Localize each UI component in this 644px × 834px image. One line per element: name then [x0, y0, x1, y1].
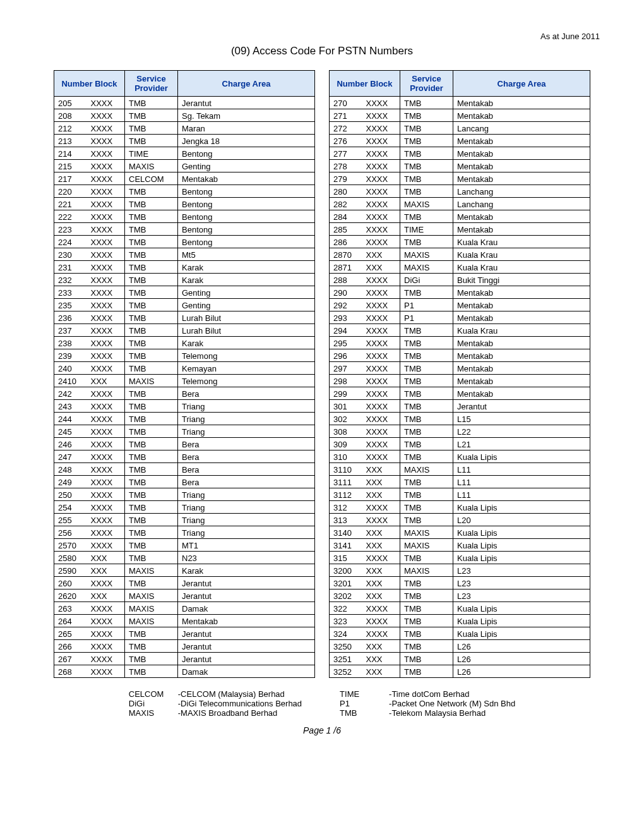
cell-number-prefix: 322: [330, 602, 362, 615]
table-row: 220XXXXTMBBentong: [54, 185, 315, 198]
cell-service-provider: TIME: [400, 223, 453, 236]
cell-number-prefix: 297: [330, 362, 362, 375]
cell-charge-area: Bukit Tinggi: [453, 274, 590, 286]
cell-charge-area: Bera: [178, 463, 315, 476]
cell-number-suffix: XXX: [362, 665, 400, 678]
cell-charge-area: Karak: [178, 564, 315, 577]
cell-number-suffix: XXX: [362, 476, 400, 488]
table-row: 277XXXXTMBMentakab: [330, 147, 590, 160]
cell-number-suffix: XXXX: [87, 539, 125, 552]
cell-number-prefix: 250: [54, 488, 87, 501]
cell-number-suffix: XXXX: [362, 172, 400, 185]
cell-service-provider: TMB: [400, 425, 453, 438]
cell-number-suffix: XXXX: [87, 400, 125, 413]
cell-service-provider: TMB: [400, 615, 453, 627]
cell-number-prefix: 278: [330, 160, 362, 172]
as-at-date: As at June 2011: [44, 32, 600, 41]
table-row: 308XXXXTMBL22: [330, 425, 590, 438]
cell-service-provider: TMB: [400, 122, 453, 135]
cell-charge-area: Lurah Bilut: [178, 311, 315, 324]
cell-number-prefix: 3250: [330, 640, 362, 653]
cell-number-suffix: XXXX: [87, 236, 125, 248]
cell-service-provider: TMB: [125, 362, 178, 375]
cell-charge-area: Mentakab: [453, 210, 590, 223]
cell-number-prefix: 302: [330, 413, 362, 425]
cell-number-prefix: 270: [330, 97, 362, 109]
cell-charge-area: L23: [453, 564, 590, 577]
cell-number-prefix: 313: [330, 514, 362, 526]
cell-number-suffix: XXXX: [87, 577, 125, 589]
legend-row: CELCOM-CELCOM (Malaysia) Berhad: [129, 689, 302, 699]
cell-number-suffix: XXXX: [87, 248, 125, 261]
cell-number-prefix: 224: [54, 236, 87, 248]
cell-service-provider: TMB: [400, 185, 453, 198]
cell-number-suffix: XXXX: [362, 400, 400, 413]
cell-service-provider: MAXIS: [400, 526, 453, 539]
cell-service-provider: MAXIS: [125, 160, 178, 172]
cell-number-prefix: 285: [330, 223, 362, 236]
cell-number-suffix: XXXX: [362, 552, 400, 564]
table-row: 255XXXXTMBTriang: [54, 514, 315, 526]
cell-number-suffix: XXX: [362, 248, 400, 261]
table-row: 309XXXXTMBL21: [330, 438, 590, 450]
cell-number-prefix: 298: [330, 375, 362, 387]
table-row: 2871XXXMAXISKuala Krau: [330, 261, 590, 274]
cell-charge-area: Mentakab: [453, 299, 590, 311]
cell-number-prefix: 271: [330, 109, 362, 122]
cell-number-prefix: 282: [330, 198, 362, 210]
table-row: 224XXXXTMBBentong: [54, 236, 315, 248]
cell-number-suffix: XXXX: [362, 501, 400, 514]
legend-key: TIME: [340, 689, 389, 699]
table-row: 3140XXXMAXISKuala Lipis: [330, 526, 590, 539]
cell-number-suffix: XXX: [87, 589, 125, 602]
cell-charge-area: Triang: [178, 488, 315, 501]
cell-service-provider: MAXIS: [400, 539, 453, 552]
table-row: 3112XXXTMBL11: [330, 488, 590, 501]
cell-charge-area: Triang: [178, 514, 315, 526]
table-row: 240XXXXTMBKemayan: [54, 362, 315, 375]
cell-number-prefix: 299: [330, 387, 362, 400]
cell-number-suffix: XXXX: [87, 172, 125, 185]
cell-charge-area: Mentakab: [453, 349, 590, 362]
cell-number-suffix: XXXX: [87, 261, 125, 274]
cell-number-prefix: 293: [330, 311, 362, 324]
cell-charge-area: Bera: [178, 438, 315, 450]
cell-charge-area: Sg. Tekam: [178, 109, 315, 122]
cell-number-prefix: 2870: [330, 248, 362, 261]
cell-number-suffix: XXXX: [87, 665, 125, 678]
cell-charge-area: Karak: [178, 261, 315, 274]
cell-charge-area: Mentakab: [453, 375, 590, 387]
cell-number-suffix: XXX: [362, 488, 400, 501]
cell-charge-area: Bentong: [178, 185, 315, 198]
cell-number-prefix: 255: [54, 514, 87, 526]
table-row: 323XXXXTMBKuala Lipis: [330, 615, 590, 627]
cell-service-provider: TMB: [400, 665, 453, 678]
cell-service-provider: TMB: [400, 147, 453, 160]
cell-number-suffix: XXXX: [87, 147, 125, 160]
cell-number-suffix: XXXX: [362, 299, 400, 311]
table-row: 250XXXXTMBTriang: [54, 488, 315, 501]
cell-service-provider: TMB: [125, 198, 178, 210]
table-row: 230XXXXTMBMt5: [54, 248, 315, 261]
cell-service-provider: TMB: [125, 135, 178, 147]
cell-number-prefix: 233: [54, 286, 87, 299]
cell-number-suffix: XXX: [87, 564, 125, 577]
cell-service-provider: TMB: [400, 514, 453, 526]
cell-number-suffix: XXXX: [362, 198, 400, 210]
cell-number-prefix: 247: [54, 450, 87, 463]
cell-charge-area: Kuala Lipis: [453, 627, 590, 640]
legend-key: DiGi: [129, 699, 178, 708]
cell-number-suffix: XXXX: [87, 602, 125, 615]
cell-number-prefix: 220: [54, 185, 87, 198]
cell-charge-area: Jengka 18: [178, 135, 315, 147]
cell-service-provider: TMB: [125, 337, 178, 349]
cell-number-prefix: 301: [330, 400, 362, 413]
cell-service-provider: TMB: [400, 362, 453, 375]
table-row: 268XXXXTMBDamak: [54, 665, 315, 678]
table-row: 205XXXXTMBJerantut: [54, 97, 315, 109]
cell-charge-area: Triang: [178, 425, 315, 438]
cell-service-provider: TMB: [400, 324, 453, 337]
cell-number-suffix: XXXX: [362, 615, 400, 627]
table-row: 293XXXXP1Mentakab: [330, 311, 590, 324]
table-row: 3110XXXMAXISL11: [330, 463, 590, 476]
